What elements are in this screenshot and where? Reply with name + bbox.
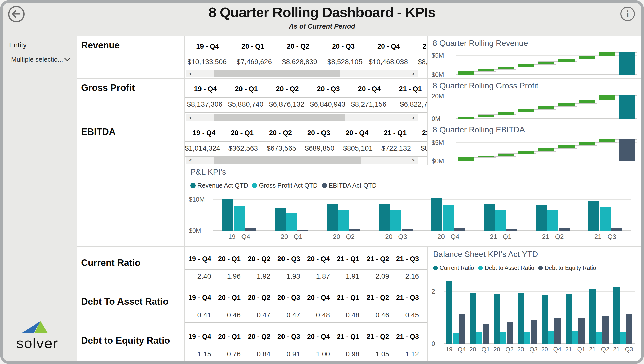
horizontal-scrollbar[interactable]: <> <box>186 70 418 77</box>
data-bar[interactable] <box>286 213 297 231</box>
waterfall-increment-bar[interactable] <box>558 103 575 106</box>
waterfall-increment-bar[interactable] <box>498 112 514 115</box>
waterfall-increment-bar[interactable] <box>458 117 474 119</box>
legend-item[interactable]: Debt to Asset Ratio <box>478 265 534 271</box>
legend-item[interactable]: Debt to Equity Ratio <box>538 265 596 271</box>
data-bar[interactable] <box>611 228 622 231</box>
waterfall-increment-bar[interactable] <box>478 69 494 71</box>
data-bar[interactable] <box>613 287 620 344</box>
legend-item[interactable]: Revenue Act QTD <box>190 182 248 189</box>
data-bar[interactable] <box>245 228 256 231</box>
waterfall-increment-bar[interactable] <box>538 106 554 109</box>
data-bar[interactable] <box>327 204 338 231</box>
waterfall-total-bar[interactable] <box>619 52 635 75</box>
waterfall-increment-bar[interactable] <box>599 139 615 142</box>
data-bar[interactable] <box>518 293 524 344</box>
waterfall-increment-bar[interactable] <box>498 67 514 69</box>
waterfall-increment-bar[interactable] <box>518 64 534 67</box>
data-bar[interactable] <box>524 332 531 344</box>
scroll-left-arrow[interactable]: < <box>186 114 195 121</box>
data-bar[interactable] <box>578 318 585 344</box>
data-bar[interactable] <box>495 210 506 231</box>
waterfall-increment-bar[interactable] <box>478 115 494 117</box>
waterfall-increment-bar[interactable] <box>579 142 595 145</box>
data-bar[interactable] <box>454 228 465 231</box>
scroll-right-arrow[interactable]: > <box>409 70 418 77</box>
waterfall-increment-bar[interactable] <box>498 154 514 156</box>
data-bar[interactable] <box>531 320 537 344</box>
data-bar[interactable] <box>459 314 465 344</box>
data-bar[interactable] <box>572 331 578 344</box>
data-bar[interactable] <box>589 289 596 344</box>
data-bar[interactable] <box>548 331 554 344</box>
data-bar[interactable] <box>476 332 483 344</box>
data-bar[interactable] <box>547 210 558 231</box>
data-bar[interactable] <box>626 314 632 344</box>
data-bar[interactable] <box>494 294 500 344</box>
waterfall-increment-bar[interactable] <box>538 148 554 151</box>
chevron-down-icon <box>64 56 70 63</box>
data-bar[interactable] <box>349 229 360 231</box>
data-bar[interactable] <box>338 210 349 231</box>
waterfall-increment-bar[interactable] <box>599 95 615 100</box>
waterfall-increment-bar[interactable] <box>518 109 534 112</box>
legend-item[interactable]: EBITDA Act QTD <box>322 182 377 189</box>
waterfall-increment-bar[interactable] <box>458 71 474 75</box>
data-bar[interactable] <box>222 199 233 231</box>
data-bar[interactable] <box>620 332 626 344</box>
horizontal-scrollbar[interactable]: <> <box>186 157 418 164</box>
info-button[interactable]: i <box>620 7 635 21</box>
data-bar[interactable] <box>506 229 517 231</box>
data-bar[interactable] <box>379 204 390 231</box>
scroll-left-arrow[interactable]: < <box>186 157 195 164</box>
data-bar[interactable] <box>559 228 570 231</box>
data-bar[interactable] <box>443 205 454 231</box>
data-bar[interactable] <box>453 333 459 344</box>
scroll-left-arrow[interactable]: < <box>186 70 195 77</box>
legend-item[interactable]: Current Ratio <box>433 265 474 271</box>
horizontal-scrollbar[interactable]: <> <box>186 114 418 121</box>
data-bar[interactable] <box>542 295 548 344</box>
data-bar[interactable] <box>602 316 609 344</box>
scrollbar-thumb[interactable] <box>214 70 340 77</box>
data-bar[interactable] <box>566 294 572 344</box>
waterfall-increment-bar[interactable] <box>599 52 615 56</box>
data-bar[interactable] <box>470 293 476 344</box>
legend-item[interactable]: Gross Profit Act QTD <box>252 182 318 189</box>
waterfall-increment-bar[interactable] <box>558 145 575 148</box>
data-bar[interactable] <box>402 229 413 231</box>
entity-dropdown[interactable]: Multiple selectio... <box>11 56 70 63</box>
waterfall-increment-bar[interactable] <box>579 100 595 103</box>
waterfall-increment-bar[interactable] <box>538 62 554 64</box>
scroll-right-arrow[interactable]: > <box>409 114 418 121</box>
data-bar[interactable] <box>500 332 507 344</box>
scrollbar-track[interactable] <box>195 114 409 121</box>
data-bar[interactable] <box>554 318 561 344</box>
data-bar[interactable] <box>297 230 308 231</box>
data-bar[interactable] <box>588 201 599 231</box>
waterfall-increment-bar[interactable] <box>478 156 494 157</box>
waterfall-increment-bar[interactable] <box>558 59 575 62</box>
waterfall-total-bar[interactable] <box>619 95 635 119</box>
waterfall-increment-bar[interactable] <box>458 157 474 161</box>
data-bar[interactable] <box>600 207 611 231</box>
scrollbar-track[interactable] <box>195 157 409 164</box>
axis-tick-label: $5M <box>432 52 444 59</box>
scrollbar-thumb[interactable] <box>214 114 344 121</box>
scrollbar-thumb[interactable] <box>214 157 361 164</box>
data-bar[interactable] <box>431 198 442 231</box>
waterfall-increment-bar[interactable] <box>579 56 595 59</box>
data-bar[interactable] <box>275 208 286 231</box>
data-bar[interactable] <box>483 324 489 344</box>
waterfall-total-bar[interactable] <box>619 139 635 161</box>
data-bar[interactable] <box>507 322 513 344</box>
data-bar[interactable] <box>446 281 452 344</box>
data-bar[interactable] <box>536 205 547 231</box>
data-bar[interactable] <box>390 210 401 231</box>
data-bar[interactable] <box>234 206 245 231</box>
scroll-right-arrow[interactable]: > <box>409 157 418 164</box>
data-bar[interactable] <box>596 332 602 344</box>
scrollbar-track[interactable] <box>195 70 409 77</box>
waterfall-increment-bar[interactable] <box>518 151 534 154</box>
data-bar[interactable] <box>484 204 495 231</box>
